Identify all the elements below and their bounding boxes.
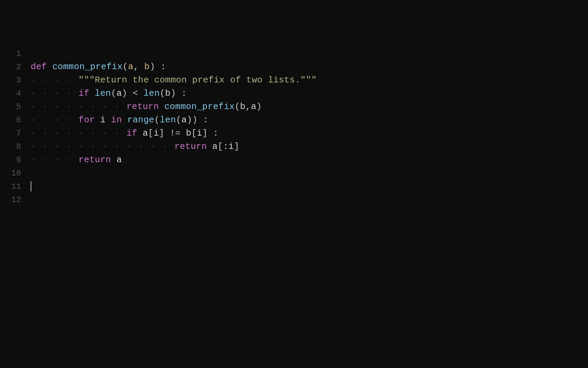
- line-content: · · · · return a: [31, 153, 588, 166]
- token-operator: !=: [164, 128, 186, 138]
- token-kw-return: return: [79, 155, 116, 165]
- code-line: 11: [0, 180, 588, 193]
- line-number: 2: [0, 61, 31, 74]
- token-builtin: range: [127, 115, 154, 125]
- line-content: [31, 193, 588, 206]
- top-partial-line: [0, 34, 588, 47]
- token-operator: <: [127, 88, 144, 98]
- token-kw-if: if: [127, 128, 143, 138]
- token-kw-if: if: [79, 88, 95, 98]
- token-punctuation: ,: [133, 62, 144, 72]
- token-var: i: [197, 128, 202, 138]
- cursor-text: [32, 181, 37, 191]
- line-number: 5: [0, 101, 31, 113]
- token-fn-name: common_prefix: [164, 102, 235, 112]
- token-punctuation: (: [154, 115, 160, 125]
- line-content: [31, 180, 588, 193]
- token-punctuation: ) :: [150, 62, 166, 72]
- line-content: · · · · if len(a) < len(b) :: [31, 87, 588, 100]
- token-punctuation: ] :: [202, 128, 218, 138]
- token-builtin: len: [160, 115, 176, 125]
- code-line: 1: [0, 47, 588, 60]
- editor-container: 1 2def common_prefix(a, b) :3· · · · """…: [0, 0, 588, 368]
- code-area[interactable]: 1 2def common_prefix(a, b) :3· · · · """…: [0, 47, 588, 368]
- code-line: 12: [0, 193, 588, 206]
- line-number: 1: [0, 47, 31, 60]
- token-var: b: [186, 128, 192, 138]
- code-line: 5· · · · · · · · return common_prefix(b,…: [0, 100, 588, 113]
- token-kw-return: return: [127, 102, 164, 112]
- token-punctuation: (: [160, 88, 165, 98]
- token-punctuation: ): [122, 88, 127, 98]
- token-fn-name: common_prefix: [52, 62, 123, 72]
- token-kw-def: def: [31, 62, 52, 72]
- line-number: 8: [0, 140, 31, 153]
- token-var: a: [251, 102, 256, 112]
- line-content: · · · · for i in range(len(a)) :: [31, 113, 588, 126]
- token-comment-text: """Return the common prefix of two lists…: [79, 75, 317, 85]
- line-content: · · · · · · · · · · · · return a[:i]: [31, 140, 588, 153]
- code-line: 9· · · · return a: [0, 153, 588, 167]
- token-punctuation: [: [192, 128, 197, 138]
- token-var: a: [181, 115, 187, 125]
- token-kw-in: in: [105, 115, 127, 125]
- line-content: [31, 167, 588, 180]
- token-punctuation: ]: [159, 128, 164, 138]
- line-number: 6: [0, 114, 31, 127]
- token-var: i: [229, 141, 234, 152]
- token-punctuation: ): [256, 102, 262, 112]
- code-line: 6· · · · for i in range(len(a)) :: [0, 113, 588, 127]
- token-punctuation: [: [148, 128, 153, 138]
- token-punctuation: (: [176, 115, 181, 125]
- token-punctuation: (: [111, 88, 116, 98]
- token-kw-return: return: [174, 141, 212, 152]
- code-line: 2def common_prefix(a, b) :: [0, 60, 588, 74]
- code-line: 10: [0, 167, 588, 180]
- code-line: 4· · · · if len(a) < len(b) :: [0, 87, 588, 100]
- line-number: 3: [0, 74, 31, 87]
- token-var: i: [153, 128, 159, 138]
- line-content: · · · · · · · · if a[i] != b[i] :: [31, 127, 588, 140]
- line-content: · · · · """Return the common prefix of t…: [31, 74, 588, 87]
- token-punctuation: [:: [218, 141, 229, 152]
- token-builtin: len: [144, 88, 160, 98]
- token-punctuation: (: [235, 102, 240, 112]
- token-punctuation: ]: [234, 141, 239, 152]
- line-content: def common_prefix(a, b) :: [31, 60, 588, 73]
- token-var: b: [165, 88, 170, 98]
- token-var: a: [143, 128, 148, 138]
- line-content: [31, 47, 588, 60]
- code-line: 3· · · · """Return the common prefix of …: [0, 74, 588, 87]
- token-var: i: [100, 115, 105, 125]
- token-var: b: [240, 102, 246, 112]
- line-content: · · · · · · · · return common_prefix(b,a…: [31, 100, 588, 113]
- token-kw-for: for: [79, 115, 100, 125]
- token-builtin: len: [95, 88, 111, 98]
- token-param: b: [144, 62, 150, 72]
- line-number: 7: [0, 127, 31, 140]
- token-punctuation: ,: [246, 102, 251, 112]
- token-punctuation: )) :: [187, 115, 209, 125]
- line-number: 12: [0, 194, 31, 206]
- line-number: 4: [0, 87, 31, 100]
- code-line: 7· · · · · · · · if a[i] != b[i] :: [0, 127, 588, 140]
- token-var: a: [116, 88, 122, 98]
- token-var: a: [212, 141, 218, 152]
- line-number: 11: [0, 180, 31, 193]
- token-param: a: [128, 62, 133, 72]
- token-var: a: [116, 155, 122, 165]
- line-number: 10: [0, 167, 31, 180]
- code-line: 8· · · · · · · · · · · · return a[:i]: [0, 140, 588, 153]
- line-number: 9: [0, 154, 31, 167]
- cursor: [31, 181, 31, 191]
- token-punctuation: ) :: [170, 88, 187, 98]
- token-punctuation: (: [122, 62, 128, 72]
